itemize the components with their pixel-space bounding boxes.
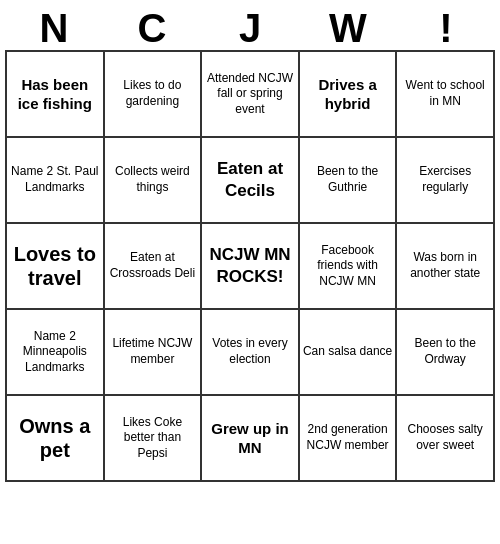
cell-0[interactable]: Has been ice fishing bbox=[7, 52, 105, 138]
cell-1[interactable]: Likes to do gardening bbox=[105, 52, 203, 138]
bingo-card: N C J W ! Has been ice fishing Likes to … bbox=[5, 6, 495, 482]
cell-24[interactable]: Chooses salty over sweet bbox=[397, 396, 495, 482]
cell-20[interactable]: Owns a pet bbox=[7, 396, 105, 482]
cell-9[interactable]: Exercises regularly bbox=[397, 138, 495, 224]
cell-18[interactable]: Can salsa dance bbox=[300, 310, 398, 396]
cell-19[interactable]: Been to the Ordway bbox=[397, 310, 495, 396]
cell-11[interactable]: Eaten at Crossroads Deli bbox=[105, 224, 203, 310]
bingo-grid: Has been ice fishing Likes to do gardeni… bbox=[5, 50, 495, 482]
cell-21[interactable]: Likes Coke better than Pepsi bbox=[105, 396, 203, 482]
cell-7[interactable]: Eaten at Cecils bbox=[202, 138, 300, 224]
cell-15[interactable]: Name 2 Minneapolis Landmarks bbox=[7, 310, 105, 396]
header-j: J bbox=[201, 6, 299, 50]
cell-2[interactable]: Attended NCJW fall or spring event bbox=[202, 52, 300, 138]
cell-8[interactable]: Been to the Guthrie bbox=[300, 138, 398, 224]
cell-22[interactable]: Grew up in MN bbox=[202, 396, 300, 482]
header-c: C bbox=[103, 6, 201, 50]
header-exclaim: ! bbox=[397, 6, 495, 50]
cell-14[interactable]: Was born in another state bbox=[397, 224, 495, 310]
cell-23[interactable]: 2nd generation NCJW member bbox=[300, 396, 398, 482]
cell-6[interactable]: Collects weird things bbox=[105, 138, 203, 224]
cell-16[interactable]: Lifetime NCJW member bbox=[105, 310, 203, 396]
cell-5[interactable]: Name 2 St. Paul Landmarks bbox=[7, 138, 105, 224]
header-n: N bbox=[5, 6, 103, 50]
bingo-header: N C J W ! bbox=[5, 6, 495, 50]
cell-10[interactable]: Loves to travel bbox=[7, 224, 105, 310]
cell-17[interactable]: Votes in every election bbox=[202, 310, 300, 396]
cell-13[interactable]: Facebook friends with NCJW MN bbox=[300, 224, 398, 310]
header-w: W bbox=[299, 6, 397, 50]
cell-12[interactable]: NCJW MN ROCKS! bbox=[202, 224, 300, 310]
cell-3[interactable]: Drives a hybrid bbox=[300, 52, 398, 138]
cell-4[interactable]: Went to school in MN bbox=[397, 52, 495, 138]
